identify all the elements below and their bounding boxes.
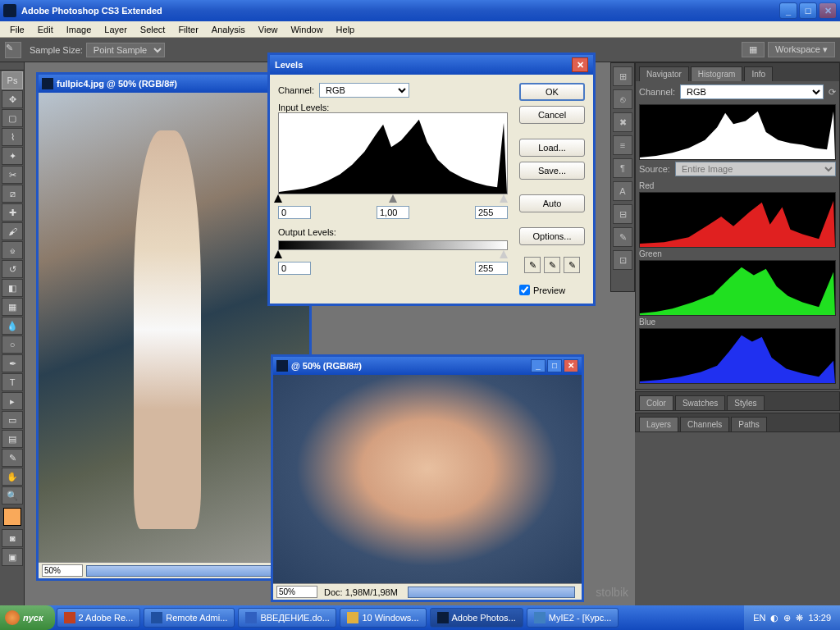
- options-button[interactable]: Options...: [519, 227, 585, 245]
- menu-window[interactable]: Window: [284, 23, 329, 36]
- gray-eyedropper[interactable]: ✎: [544, 257, 560, 273]
- gradient-tool[interactable]: ▦: [2, 298, 23, 316]
- task-photoshop[interactable]: Adobe Photos...: [430, 608, 523, 628]
- doc2-zoom-field[interactable]: [276, 586, 317, 598]
- stamp-tool[interactable]: ⎒: [2, 241, 23, 259]
- dock-icon-1[interactable]: ⊞: [613, 66, 632, 86]
- mid-point-slider[interactable]: [389, 194, 397, 203]
- doc2-titlebar[interactable]: @ 50% (RGB/8#) _ □ ✕: [273, 357, 582, 375]
- pen-tool[interactable]: ✒: [2, 354, 23, 372]
- tab-histogram[interactable]: Histogram: [691, 66, 743, 81]
- dock-icon-9[interactable]: ⊡: [613, 250, 632, 270]
- menu-file[interactable]: File: [3, 23, 31, 36]
- black-eyedropper[interactable]: ✎: [524, 257, 541, 273]
- refresh-icon[interactable]: ⟳: [829, 87, 836, 98]
- levels-close-button[interactable]: ✕: [572, 57, 588, 72]
- menu-image[interactable]: Image: [60, 23, 98, 36]
- save-button[interactable]: Save...: [519, 162, 585, 180]
- panel-source-select[interactable]: Entire Image: [675, 162, 836, 176]
- white-eyedropper[interactable]: ✎: [564, 257, 580, 273]
- input-white-field[interactable]: [475, 206, 508, 219]
- output-black-field[interactable]: [278, 262, 311, 275]
- black-point-slider[interactable]: [274, 194, 282, 203]
- slice-tool[interactable]: ⧄: [2, 185, 23, 203]
- levels-titlebar[interactable]: Levels ✕: [270, 55, 593, 75]
- tab-color[interactable]: Color: [639, 395, 673, 410]
- menu-analysis[interactable]: Analysis: [205, 23, 252, 36]
- doc2-maximize[interactable]: □: [547, 359, 562, 372]
- ps-logo-icon[interactable]: Ps: [2, 71, 23, 89]
- dock-icon-7[interactable]: ⊟: [613, 204, 632, 224]
- dock-icon-8[interactable]: ✎: [613, 227, 632, 247]
- dock-icon-6[interactable]: A: [613, 181, 632, 201]
- cancel-button[interactable]: Cancel: [519, 106, 585, 124]
- doc2-scrollbar[interactable]: [408, 587, 575, 598]
- heal-tool[interactable]: ✚: [2, 203, 23, 221]
- doc2-minimize[interactable]: _: [531, 359, 546, 372]
- current-tool-icon[interactable]: ✎: [5, 42, 21, 58]
- menu-select[interactable]: Select: [134, 23, 172, 36]
- task-remote-admin[interactable]: Remote Admi...: [144, 608, 235, 628]
- output-white-field[interactable]: [475, 262, 508, 275]
- maximize-button[interactable]: □: [799, 2, 817, 19]
- screenmode-tool[interactable]: ▣: [2, 548, 23, 566]
- tab-layers[interactable]: Layers: [639, 417, 678, 431]
- clock[interactable]: 13:29: [808, 613, 831, 623]
- doc2-canvas[interactable]: [273, 375, 582, 583]
- doc1-zoom-field[interactable]: [42, 564, 83, 577]
- preview-checkbox[interactable]: [519, 285, 530, 295]
- start-button[interactable]: пуск: [0, 605, 55, 630]
- tab-info[interactable]: Info: [744, 66, 773, 81]
- out-white-slider[interactable]: [500, 250, 508, 258]
- type-tool[interactable]: T: [2, 373, 23, 391]
- move-tool[interactable]: ✥: [2, 90, 23, 108]
- quickmask-tool[interactable]: ◙: [2, 529, 23, 547]
- doc2-close[interactable]: ✕: [564, 359, 578, 372]
- system-tray[interactable]: EN ◐ ⊕ ❋ 13:29: [744, 605, 840, 630]
- dock-icon-3[interactable]: ✖: [613, 112, 632, 132]
- crop-tool[interactable]: ✂: [2, 166, 23, 184]
- tab-swatches[interactable]: Swatches: [675, 395, 725, 410]
- menu-filter[interactable]: Filter: [171, 23, 204, 36]
- marquee-tool[interactable]: ▢: [2, 109, 23, 127]
- dodge-tool[interactable]: ○: [2, 336, 23, 354]
- out-black-slider[interactable]: [274, 250, 282, 258]
- eyedropper-tool[interactable]: ✎: [2, 449, 23, 467]
- tab-channels[interactable]: Channels: [680, 417, 729, 431]
- blur-tool[interactable]: 💧: [2, 317, 23, 335]
- dock-icon-5[interactable]: ¶: [613, 158, 632, 178]
- white-point-slider[interactable]: [500, 194, 508, 203]
- task-adobe-reader[interactable]: 2 Adobe Re...: [57, 608, 141, 628]
- tray-icon[interactable]: ◐: [770, 613, 778, 623]
- shape-tool[interactable]: ▭: [2, 411, 23, 429]
- preview-checkbox-label[interactable]: Preview: [519, 285, 585, 295]
- sample-size-select[interactable]: Point Sample: [86, 43, 165, 57]
- lang-indicator[interactable]: EN: [753, 613, 765, 623]
- menu-edit[interactable]: Edit: [31, 23, 60, 36]
- close-button[interactable]: ✕: [819, 2, 837, 19]
- load-button[interactable]: Load...: [519, 139, 585, 157]
- auto-button[interactable]: Auto: [519, 194, 585, 212]
- dock-icon-4[interactable]: ≡: [613, 135, 632, 155]
- hand-tool[interactable]: ✋: [2, 468, 23, 486]
- lasso-tool[interactable]: ⌇: [2, 128, 23, 146]
- channel-select[interactable]: RGB: [319, 83, 409, 98]
- menu-layer[interactable]: Layer: [98, 23, 134, 36]
- dock-icon-2[interactable]: ⎋: [613, 89, 632, 109]
- brush-tool[interactable]: 🖌: [2, 222, 23, 240]
- tray-icon[interactable]: ❋: [796, 613, 803, 623]
- tray-icon[interactable]: ⊕: [783, 613, 791, 623]
- tab-navigator[interactable]: Navigator: [639, 66, 689, 81]
- input-mid-field[interactable]: [377, 206, 409, 219]
- input-black-field[interactable]: [278, 206, 311, 219]
- wand-tool[interactable]: ✦: [2, 147, 23, 165]
- notes-tool[interactable]: ▤: [2, 430, 23, 448]
- menu-view[interactable]: View: [252, 23, 285, 36]
- zoom-tool[interactable]: 🔍: [2, 486, 23, 504]
- workspace-button[interactable]: Workspace ▾: [768, 42, 835, 57]
- menu-help[interactable]: Help: [330, 23, 362, 36]
- history-brush-tool[interactable]: ↺: [2, 260, 23, 278]
- brush-presets-icon[interactable]: ▦: [742, 42, 765, 57]
- tab-paths[interactable]: Paths: [731, 417, 767, 431]
- task-word-doc[interactable]: ВВЕДЕНИЕ.do...: [238, 608, 336, 628]
